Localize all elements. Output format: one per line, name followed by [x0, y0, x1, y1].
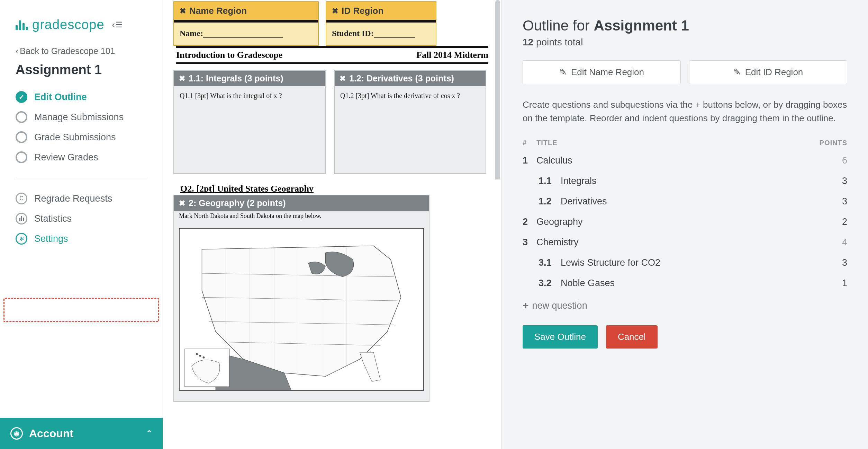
- regrade-icon: C: [16, 193, 27, 204]
- nav-label: Edit Outline: [34, 92, 87, 103]
- row-points: 3: [813, 196, 847, 207]
- us-map-image: [179, 228, 424, 391]
- sidebar: gradescope ‹☰ ‹ Back to Gradescope 101 A…: [0, 0, 163, 449]
- edit-id-region-button[interactable]: ✎ Edit ID Region: [689, 60, 847, 84]
- hdr-title: TITLE: [536, 139, 813, 147]
- hdr-num: #: [523, 139, 536, 147]
- check-icon: [16, 91, 27, 103]
- row-points: 4: [813, 237, 847, 248]
- close-icon[interactable]: ✖: [179, 199, 185, 208]
- circle-icon: [16, 131, 27, 143]
- sidebar-step-review-grades[interactable]: Review Grades: [16, 147, 147, 167]
- outline-row-1[interactable]: 1 Calculus 6: [523, 150, 847, 171]
- outline-table-header: # TITLE POINTS: [523, 139, 847, 150]
- stats-icon: [16, 213, 27, 224]
- svg-point-13: [199, 355, 201, 357]
- close-icon[interactable]: ✖: [180, 7, 186, 16]
- qbox-body-text: Q1.2 [3pt] What is the derivative of cos…: [335, 86, 486, 105]
- doc-title-right: Fall 2014 Midterm: [416, 50, 488, 60]
- row-title: Noble Gases: [561, 278, 813, 289]
- row-points: 2: [813, 217, 847, 227]
- sidebar-regrade-requests[interactable]: C Regrade Requests: [16, 188, 147, 209]
- pencil-icon: ✎: [733, 67, 741, 78]
- back-link-text: Back to Gradescope 101: [20, 46, 115, 56]
- outline-instructions: Create questions and subquestions via th…: [523, 98, 847, 125]
- close-icon[interactable]: ✖: [332, 7, 338, 16]
- row-num: 1: [523, 155, 536, 166]
- outline-row-2[interactable]: 2 Geography 2: [523, 212, 847, 232]
- outline-row-1-2[interactable]: 1.2 Derivatives 3: [523, 191, 847, 212]
- points-suffix: points total: [533, 37, 583, 47]
- logo[interactable]: gradescope ‹☰: [16, 17, 147, 32]
- row-points: 3: [813, 257, 847, 268]
- chevron-left-icon: ‹: [16, 46, 18, 56]
- pencil-icon: ✎: [559, 67, 567, 78]
- row-title: Lewis Structure for CO2: [561, 257, 813, 268]
- nav-label: Manage Submissions: [34, 112, 124, 123]
- nav-label: Settings: [34, 234, 68, 244]
- outline-panel: Outline for Assignment 1 12 points total…: [502, 0, 868, 449]
- outline-row-3-1[interactable]: 3.1 Lewis Structure for CO2 3: [523, 253, 847, 273]
- geo-description: Mark North Dakota and South Dakota on th…: [174, 211, 429, 221]
- question-box-2[interactable]: ✖ 2: Geography (2 points) Mark North Dak…: [173, 195, 430, 402]
- points-number: 12: [523, 37, 533, 47]
- row-num: 1.2: [539, 196, 561, 207]
- close-icon[interactable]: ✖: [179, 74, 185, 83]
- row-num: 3.1: [539, 257, 561, 268]
- save-outline-button[interactable]: Save Outline: [523, 325, 598, 349]
- logo-bars-icon: [16, 20, 28, 30]
- sidebar-settings[interactable]: ✻ Settings: [16, 229, 147, 249]
- hdr-points: POINTS: [813, 139, 847, 147]
- close-icon[interactable]: ✖: [340, 74, 346, 83]
- id-label: Student ID:: [332, 29, 374, 38]
- add-question-button[interactable]: + new question: [523, 300, 847, 311]
- region-header-text: ID Region: [342, 6, 383, 16]
- divider: [16, 178, 147, 178]
- sidebar-statistics[interactable]: Statistics: [16, 209, 147, 229]
- nav-label: Statistics: [34, 213, 72, 224]
- back-link[interactable]: ‹ Back to Gradescope 101: [16, 46, 147, 56]
- outline-heading: Outline for Assignment 1: [523, 17, 847, 34]
- outline-row-1-1[interactable]: 1.1 Integrals 3: [523, 171, 847, 191]
- sidebar-step-grade-submissions[interactable]: Grade Submissions: [16, 127, 147, 147]
- template-editor[interactable]: ✖ Name Region Name: ✖ ID Region Student …: [163, 0, 502, 449]
- row-num: 1.1: [539, 176, 561, 186]
- scrollbar[interactable]: [495, 0, 500, 449]
- button-label: Edit ID Region: [745, 67, 803, 78]
- qbox-body-text: Q1.1 [3pt] What is the integral of x ?: [174, 86, 325, 105]
- qbox-header-text: 1.1: Integrals (3 points): [189, 73, 283, 83]
- question-box-1-1[interactable]: ✖ 1.1: Integrals (3 points) Q1.1 [3pt] W…: [173, 70, 326, 174]
- row-points: 1: [813, 278, 847, 289]
- user-icon: ◉: [10, 427, 23, 440]
- qbox-header-text: 2: Geography (2 points): [189, 198, 286, 208]
- row-title: Derivatives: [561, 196, 813, 207]
- chevron-up-icon: ⌃: [146, 429, 152, 438]
- question-box-1-2[interactable]: ✖ 1.2: Derivatives (3 points) Q1.2 [3pt]…: [334, 70, 486, 174]
- cancel-button[interactable]: Cancel: [606, 325, 658, 349]
- heading-prefix: Outline for: [523, 17, 594, 34]
- points-total: 12 points total: [523, 37, 847, 48]
- row-title: Integrals: [561, 176, 813, 186]
- add-question-label: new question: [532, 300, 587, 311]
- account-bar[interactable]: ◉ Account ⌃: [0, 418, 163, 449]
- sidebar-step-edit-outline[interactable]: Edit Outline: [16, 87, 147, 107]
- id-region-box[interactable]: ✖ ID Region Student ID:: [326, 1, 436, 46]
- nav-label: Grade Submissions: [34, 132, 116, 143]
- row-num: 2: [523, 217, 536, 227]
- doc-title-left: Introduction to Gradescope: [176, 50, 282, 60]
- button-label: Edit Name Region: [571, 67, 644, 78]
- assignment-title: Assignment 1: [16, 62, 147, 77]
- nav-label: Regrade Requests: [34, 193, 112, 204]
- row-points: 3: [813, 176, 847, 186]
- document-title-row: Introduction to Gradescope Fall 2014 Mid…: [173, 48, 491, 62]
- collapse-sidebar-icon[interactable]: ‹☰: [112, 19, 123, 30]
- brand-text: gradescope: [32, 17, 105, 32]
- sidebar-step-manage-submissions[interactable]: Manage Submissions: [16, 107, 147, 127]
- plus-icon: +: [523, 300, 529, 311]
- edit-name-region-button[interactable]: ✎ Edit Name Region: [523, 60, 681, 84]
- gear-icon: ✻: [16, 233, 27, 245]
- outline-row-3-2[interactable]: 3.2 Noble Gases 1: [523, 273, 847, 293]
- outline-row-3[interactable]: 3 Chemistry 4: [523, 232, 847, 253]
- heading-strong: Assignment 1: [594, 17, 689, 34]
- name-region-box[interactable]: ✖ Name Region Name:: [173, 1, 319, 46]
